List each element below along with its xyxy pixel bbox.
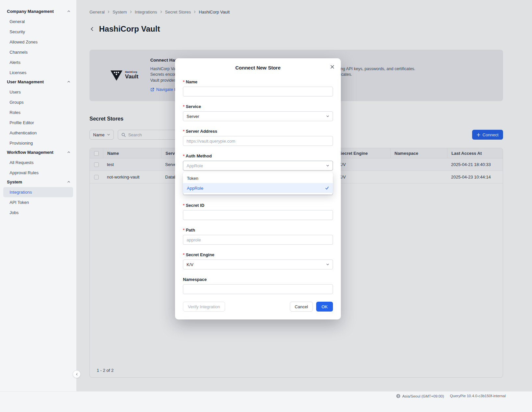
sidebar-item-all-requests[interactable]: All Requests (3, 157, 73, 168)
close-icon (330, 65, 334, 69)
timezone-label: Asia/Seoul (GMT+09:00) (402, 394, 444, 398)
sidebar-item-api-token[interactable]: API Token (3, 197, 73, 207)
check-icon (325, 186, 329, 190)
namespace-input[interactable] (183, 284, 333, 294)
ok-button[interactable]: OK (316, 302, 333, 312)
auth-method-label: Auth Method (183, 153, 333, 159)
chevron-up-icon (67, 180, 70, 183)
server-address-label: Server Address (183, 129, 333, 134)
secret-engine-select[interactable]: K/V (183, 260, 333, 269)
version-label: QueryPie 10.4.0-c3b150f-internal (450, 394, 506, 398)
modal-title: Connect New Store (183, 65, 333, 70)
cancel-button[interactable]: Cancel (290, 302, 313, 312)
chevron-down-icon (326, 263, 329, 266)
dropdown-option-token[interactable]: Token (183, 173, 333, 183)
nav-group-user-management: Users Groups Roles Profile Editor Authen… (0, 87, 76, 148)
secret-id-label: Secret ID (183, 203, 333, 208)
sidebar-item-alerts[interactable]: Alerts (3, 57, 73, 68)
sidebar-item-security[interactable]: Security (3, 27, 73, 37)
secret-engine-label: Secret Engine (183, 252, 333, 258)
sidebar-item-jobs[interactable]: Jobs (3, 207, 73, 218)
nav-group-system: Integrations API Token Jobs (0, 187, 76, 218)
service-select-value: Server (187, 114, 199, 119)
secret-id-input[interactable] (183, 210, 333, 220)
auth-method-select-value: AppRole (187, 163, 203, 168)
sidebar: Company Management General Security Allo… (0, 0, 77, 412)
sidebar-item-users[interactable]: Users (3, 87, 73, 97)
dropdown-option-label: AppRole (187, 186, 203, 191)
path-label: Path (183, 228, 333, 233)
server-address-input[interactable] (183, 136, 333, 146)
nav-section-label: User Management (7, 79, 44, 84)
status-bar: Asia/Seoul (GMT+09:00) QueryPie 10.4.0-c… (0, 391, 532, 412)
nav-section-label: System (7, 179, 22, 184)
modal-close-button[interactable] (329, 64, 336, 70)
field-name: Name (183, 79, 333, 96)
chevron-up-icon (67, 10, 70, 13)
verify-integration-button[interactable]: Verify Integration (183, 302, 225, 312)
nav-section-company-management[interactable]: Company Management (0, 8, 76, 14)
field-namespace: Namespace (183, 277, 333, 294)
namespace-label: Namespace (183, 277, 333, 282)
sidebar-item-channels[interactable]: Channels (3, 47, 73, 57)
nav-section-label: Company Management (7, 9, 54, 14)
path-input[interactable] (183, 235, 333, 245)
chevron-up-icon (67, 151, 70, 154)
chevron-down-icon (326, 164, 329, 167)
field-secret-id: Secret ID (183, 203, 333, 220)
name-label: Name (183, 79, 333, 85)
nav-section-system[interactable]: System (0, 179, 76, 185)
sidebar-item-licenses[interactable]: Licenses (3, 68, 73, 78)
field-path: Path (183, 228, 333, 245)
name-input[interactable] (183, 87, 333, 96)
sidebar-item-provisioning[interactable]: Provisioning (3, 138, 73, 148)
nav-section-workflow-management[interactable]: Workflow Management (0, 149, 76, 155)
timezone-indicator[interactable]: Asia/Seoul (GMT+09:00) (396, 394, 444, 398)
dropdown-option-approle[interactable]: AppRole (183, 183, 333, 193)
sidebar-item-general[interactable]: General (3, 16, 73, 27)
connect-new-store-modal: Connect New Store Name Service Server Se… (175, 58, 341, 319)
sidebar-item-allowed-zones[interactable]: Allowed Zones (3, 37, 73, 47)
field-auth-method: Auth Method AppRole Token AppRole (183, 153, 333, 171)
sidebar-item-groups[interactable]: Groups (3, 97, 73, 107)
sidebar-item-integrations[interactable]: Integrations (3, 187, 73, 197)
nav-section-user-management[interactable]: User Management (0, 78, 76, 85)
globe-icon (396, 394, 400, 398)
sidebar-item-approval-rules[interactable]: Approval Rules (3, 168, 73, 178)
sidebar-collapse-button[interactable] (73, 370, 81, 378)
secret-engine-select-value: K/V (187, 262, 193, 267)
field-service: Service Server (183, 104, 333, 121)
chevron-left-icon (75, 373, 78, 376)
service-label: Service (183, 104, 333, 109)
auth-method-dropdown: Token AppRole (183, 172, 333, 194)
sidebar-item-profile-editor[interactable]: Profile Editor (3, 118, 73, 128)
nav-group-company-management: General Security Allowed Zones Channels … (0, 16, 76, 78)
chevron-up-icon (67, 80, 70, 83)
modal-actions: Verify Integration Cancel OK (183, 302, 333, 312)
chevron-down-icon (326, 115, 329, 118)
nav-group-workflow-management: All Requests Approval Rules (0, 157, 76, 178)
dropdown-option-label: Token (187, 176, 198, 181)
service-select[interactable]: Server (183, 111, 333, 121)
auth-method-select[interactable]: AppRole (183, 161, 333, 171)
field-server-address: Server Address (183, 129, 333, 146)
sidebar-item-roles[interactable]: Roles (3, 107, 73, 118)
sidebar-item-authentication[interactable]: Authentication (3, 128, 73, 138)
field-secret-engine: Secret Engine K/V (183, 252, 333, 269)
nav-section-label: Workflow Management (7, 150, 53, 155)
